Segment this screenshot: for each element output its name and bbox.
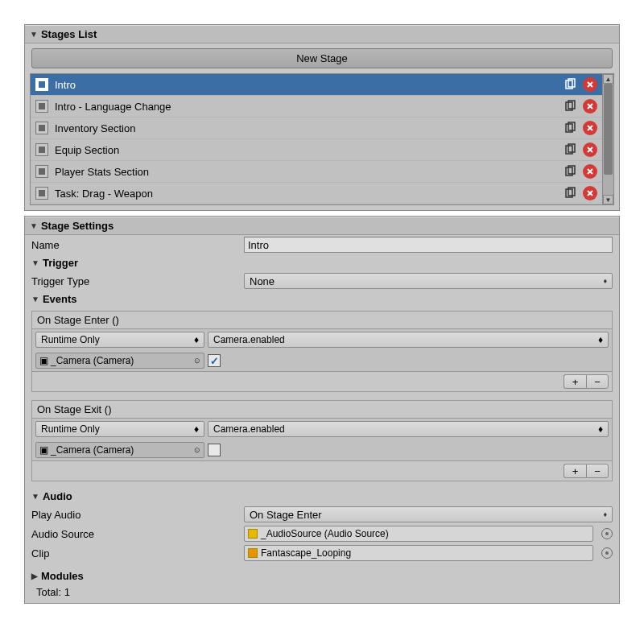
duplicate-icon[interactable] [564,78,576,91]
stages-list-title: Stages List [41,28,97,40]
foldout-icon: ▼ [31,295,39,303]
delete-icon[interactable] [583,164,597,179]
object-picker-icon[interactable] [601,547,613,559]
target-object-field[interactable]: ▣ _Camera (Camera) ⊙ [35,442,204,458]
foldout-icon: ▶ [31,572,38,580]
stage-toggle[interactable] [35,187,48,200]
delete-icon[interactable] [583,77,597,92]
trigger-type-value: None [250,275,275,287]
delete-icon[interactable] [583,121,597,135]
stage-row[interactable]: Equip Section [31,139,602,161]
object-picker-icon[interactable]: ⊙ [194,357,200,365]
stage-row[interactable]: Intro [31,74,602,96]
stages-list-body: IntroIntro - Language ChangeInventory Se… [31,74,602,204]
runtime-value: Runtime Only [41,423,100,435]
scrollbar[interactable]: ▲ ▼ [602,74,613,204]
foldout-icon: ▼ [30,221,38,230]
foldout-icon: ▼ [31,258,39,267]
scroll-thumb[interactable] [604,84,613,175]
stage-row[interactable]: Inventory Section [31,118,602,139]
dropdown-arrow-icon: ♦ [194,423,199,435]
dropdown-arrow-icon: ♦ [598,423,603,435]
remove-event-button[interactable]: − [586,464,609,478]
stage-label: Inventory Section [55,122,557,134]
duplicate-icon[interactable] [564,100,576,113]
on-stage-enter-block: On Stage Enter () Runtime Only ♦ Camera.… [31,311,613,372]
delete-icon[interactable] [583,99,597,114]
audiosource-icon [248,529,258,539]
dropdown-arrow-icon: ♦ [603,277,607,285]
name-field-row: Name [25,235,619,254]
audio-header[interactable]: ▼ Audio [25,488,619,505]
clip-label: Clip [31,547,241,559]
stage-row[interactable]: Intro - Language Change [31,96,602,118]
stage-row[interactable]: Task: Drag - Weapon [31,183,602,204]
enter-event-footer: + − [31,372,613,392]
play-audio-value: On Stage Enter [250,509,322,521]
add-event-button[interactable]: + [564,374,586,389]
delete-icon[interactable] [583,186,597,200]
foldout-icon: ▼ [31,492,39,501]
new-stage-button[interactable]: New Stage [31,48,613,68]
name-label: Name [31,239,241,251]
duplicate-icon[interactable] [564,122,576,134]
stage-settings-panel: ▼ Stage Settings Name ▼ Trigger Trigger … [24,216,620,604]
stage-label: Equip Section [55,144,557,156]
events-header[interactable]: ▼ Events [25,291,619,308]
object-picker-icon[interactable]: ⊙ [194,446,200,454]
scroll-down-icon[interactable]: ▼ [603,195,613,204]
stage-toggle[interactable] [35,100,48,113]
modules-total: Total: 1 [25,584,619,603]
target-object-field[interactable]: ▣ _Camera (Camera) ⊙ [35,353,204,369]
audioclip-icon [248,548,258,558]
trigger-type-dropdown[interactable]: None ♦ [244,273,613,289]
audio-source-field[interactable]: _AudioSource (Audio Source) [244,526,593,542]
trigger-header[interactable]: ▼ Trigger [25,254,619,271]
object-picker-icon[interactable] [601,528,613,539]
bool-checkbox[interactable] [208,354,221,367]
stage-label: Player Stats Section [55,166,557,178]
method-dropdown[interactable]: Camera.enabled ♦ [208,332,609,348]
play-audio-label: Play Audio [31,509,241,521]
dropdown-arrow-icon: ♦ [598,334,603,345]
audio-source-value: _AudioSource (Audio Source) [261,528,389,539]
audio-source-row: Audio Source _AudioSource (Audio Source) [25,524,619,543]
stage-label: Intro - Language Change [55,101,557,113]
clip-field[interactable]: Fantascape_Looping [244,545,593,561]
dropdown-arrow-icon: ♦ [603,510,607,518]
remove-event-button[interactable]: − [586,374,609,389]
stage-toggle[interactable] [35,165,48,178]
play-audio-row: Play Audio On Stage Enter ♦ [25,505,619,524]
runtime-dropdown[interactable]: Runtime Only ♦ [35,332,204,348]
stages-list-panel: ▼ Stages List New Stage IntroIntro - Lan… [24,24,620,211]
events-title: Events [43,293,77,305]
add-event-button[interactable]: + [564,464,586,478]
stage-toggle[interactable] [35,143,48,156]
stage-toggle[interactable] [35,122,48,134]
audio-source-label: Audio Source [31,528,241,540]
dropdown-arrow-icon: ♦ [194,334,199,345]
method-value: Camera.enabled [213,334,285,345]
on-stage-enter-title: On Stage Enter () [32,312,612,329]
duplicate-icon[interactable] [564,187,576,200]
gameobject-icon: ▣ [39,355,48,366]
bool-checkbox[interactable] [208,444,221,456]
duplicate-icon[interactable] [564,143,576,156]
modules-header[interactable]: ▶ Modules [25,568,619,584]
play-audio-dropdown[interactable]: On Stage Enter ♦ [244,506,613,522]
stage-row[interactable]: Player Stats Section [31,161,602,183]
delete-icon[interactable] [583,142,597,157]
stage-toggle[interactable] [35,78,48,91]
runtime-dropdown[interactable]: Runtime Only ♦ [35,421,204,437]
method-dropdown[interactable]: Camera.enabled ♦ [208,421,609,437]
stage-settings-header[interactable]: ▼ Stage Settings [25,217,619,235]
trigger-type-label: Trigger Type [31,275,241,287]
audio-title: Audio [43,490,72,502]
scroll-up-icon[interactable]: ▲ [603,74,613,84]
duplicate-icon[interactable] [564,165,576,178]
modules-title: Modules [41,570,84,582]
on-stage-exit-title: On Stage Exit () [32,401,612,419]
stages-list-header[interactable]: ▼ Stages List [25,25,619,43]
trigger-title: Trigger [43,257,78,269]
name-input[interactable] [244,237,613,253]
